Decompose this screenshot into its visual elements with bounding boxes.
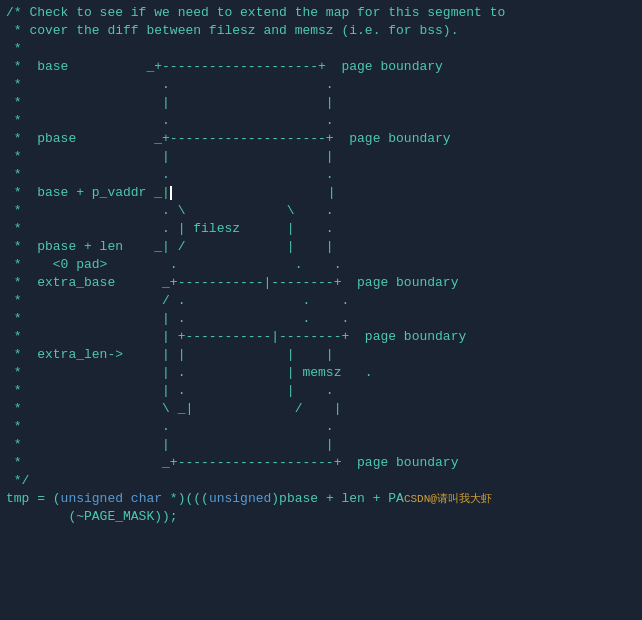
code-line-14: * pbase + len _| / | | bbox=[0, 238, 642, 256]
code-line-25: * | | bbox=[0, 436, 642, 454]
code-line-22: * | . | . bbox=[0, 382, 642, 400]
code-line-5: * . . bbox=[0, 76, 642, 94]
code-line-11: * base + p_vaddr _| | bbox=[0, 184, 642, 202]
code-line-18: * | . . . bbox=[0, 310, 642, 328]
code-line-8: * pbase _+--------------------+ page bou… bbox=[0, 130, 642, 148]
code-line-21: * | . | memsz . bbox=[0, 364, 642, 382]
code-line-17: * / . . . bbox=[0, 292, 642, 310]
code-line-26: * _+--------------------+ page boundary bbox=[0, 454, 642, 472]
code-line-19: * | +-----------|--------+ page boundary bbox=[0, 328, 642, 346]
code-line-20: * extra_len-> | | | | bbox=[0, 346, 642, 364]
code-line-15: * <0 pad> . . . bbox=[0, 256, 642, 274]
code-line-12: * . \ \ . bbox=[0, 202, 642, 220]
code-line-24: * . . bbox=[0, 418, 642, 436]
code-line-3: * bbox=[0, 40, 642, 58]
code-line-23: * \ _| / | bbox=[0, 400, 642, 418]
code-line-7: * . . bbox=[0, 112, 642, 130]
code-line-27: */ bbox=[0, 472, 642, 490]
code-line-13: * . | filesz | . bbox=[0, 220, 642, 238]
code-editor: /* Check to see if we need to extend the… bbox=[0, 0, 642, 620]
code-line-9: * | | bbox=[0, 148, 642, 166]
code-line-28: tmp = (unsigned char *)(((unsigned)pbase… bbox=[0, 490, 642, 508]
code-line-4: * base _+--------------------+ page boun… bbox=[0, 58, 642, 76]
code-line-16: * extra_base _+-----------|--------+ pag… bbox=[0, 274, 642, 292]
code-line-29: (~PAGE_MASK)); bbox=[0, 508, 642, 526]
code-line-6: * | | bbox=[0, 94, 642, 112]
watermark-partial: CSDN@请叫我大虾 bbox=[404, 490, 492, 508]
code-line-10: * . . bbox=[0, 166, 642, 184]
code-line-1: /* Check to see if we need to extend the… bbox=[0, 4, 642, 22]
code-line-2: * cover the diff between filesz and mems… bbox=[0, 22, 642, 40]
